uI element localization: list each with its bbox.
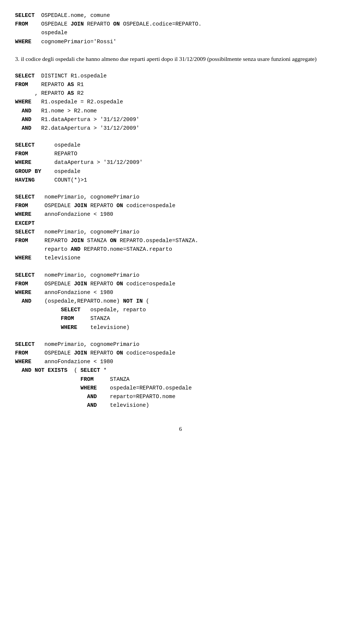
- query4b-section: SELECT nomePrimario, cognomePrimario FRO…: [15, 271, 346, 332]
- section3-text: 3. il codice degli ospedali che hanno al…: [15, 55, 346, 64]
- section3-prose: 3. il codice degli ospedali che hanno al…: [15, 55, 346, 64]
- query4a-section: SELECT nomePrimario, cognomePrimario FRO…: [15, 193, 346, 263]
- page-content: SELECT OSPEDALE.nome, comune FROM OSPEDA…: [15, 11, 346, 434]
- query4b-code: SELECT nomePrimario, cognomePrimario FRO…: [15, 271, 346, 332]
- query3b-section: SELECT ospedale FROM REPARTO WHERE dataA…: [15, 141, 346, 185]
- query4c-code: SELECT nomePrimario, cognomePrimario FRO…: [15, 340, 346, 410]
- query4a-code: SELECT nomePrimario, cognomePrimario FRO…: [15, 193, 346, 263]
- query4c-section: SELECT nomePrimario, cognomePrimario FRO…: [15, 340, 346, 410]
- page-number: 6: [15, 425, 346, 433]
- query3a-code: SELECT DISTINCT R1.ospedale FROM REPARTO…: [15, 72, 346, 133]
- query3a-section: SELECT DISTINCT R1.ospedale FROM REPARTO…: [15, 72, 346, 133]
- query3b-code: SELECT ospedale FROM REPARTO WHERE dataA…: [15, 141, 346, 185]
- intro-code-section: SELECT OSPEDALE.nome, comune FROM OSPEDA…: [15, 11, 346, 46]
- intro-code: SELECT OSPEDALE.nome, comune FROM OSPEDA…: [15, 11, 346, 46]
